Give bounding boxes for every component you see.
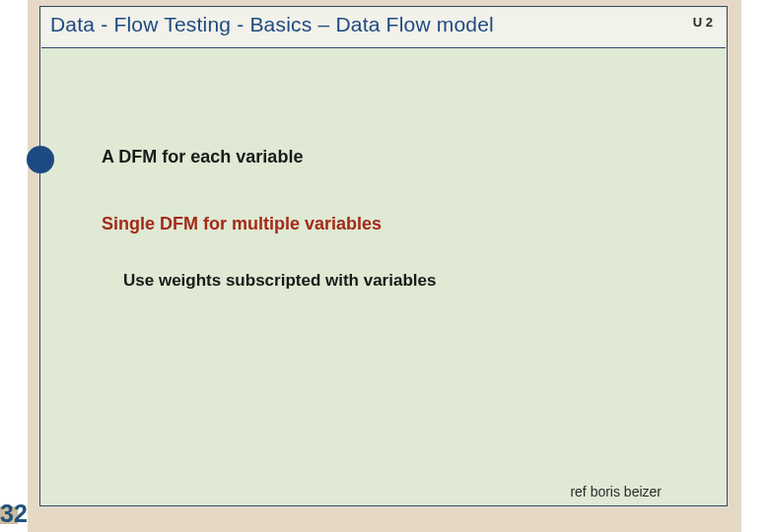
unit-badge: U 2 xyxy=(693,15,713,30)
bullet-dfm-per-variable: A DFM for each variable xyxy=(102,147,303,167)
slide-title: Data - Flow Testing - Basics – Data Flow… xyxy=(50,13,494,36)
accent-circle-icon xyxy=(27,146,54,173)
slide-outer-frame: Data - Flow Testing - Basics – Data Flow… xyxy=(28,0,741,532)
bullet-single-dfm-multiple: Single DFM for multiple variables xyxy=(102,214,382,234)
footer-reference: ref boris beizer xyxy=(570,484,662,499)
page-number: 32 xyxy=(0,499,28,528)
slide-inner-frame: Data - Flow Testing - Basics – Data Flow… xyxy=(39,6,728,506)
slide-body: A DFM for each variable Single DFM for m… xyxy=(40,48,727,505)
bullet-weights-subscripted: Use weights subscripted with variables xyxy=(123,271,436,291)
